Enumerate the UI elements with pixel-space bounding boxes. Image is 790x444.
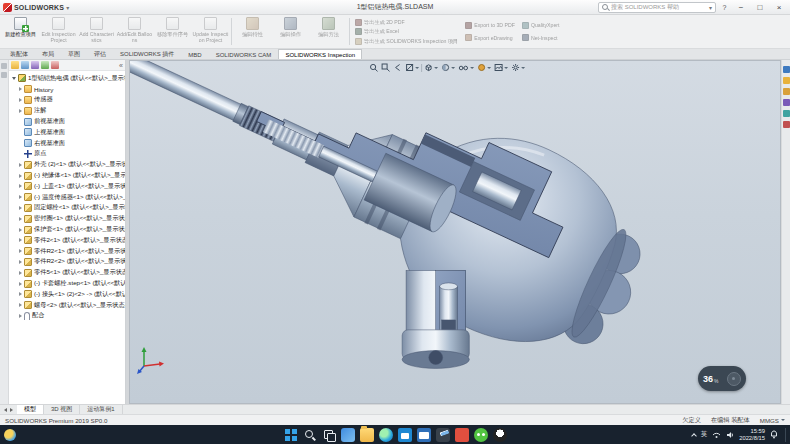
solidworks-menu[interactable]: SOLIDWORKS ▾	[3, 3, 69, 12]
clock[interactable]: 15:59 2022/8/15	[739, 428, 765, 441]
wechat-icon[interactable]	[474, 428, 488, 442]
mail-icon[interactable]	[417, 428, 431, 442]
design-library-icon[interactable]	[783, 77, 790, 84]
tree-item[interactable]: 右视基准面	[9, 138, 125, 149]
tab-cam[interactable]: SOLIDWORKS CAM	[209, 49, 279, 59]
tab-assembly[interactable]: 装配体	[3, 49, 35, 59]
zoom-area-button[interactable]	[380, 62, 391, 73]
qq-icon[interactable]	[493, 428, 507, 442]
show-desktop-button[interactable]	[785, 428, 787, 442]
tab-3d-views[interactable]: 3D 视图	[44, 405, 80, 414]
section-view-button[interactable]	[404, 62, 420, 73]
minimize-button[interactable]: −	[733, 1, 749, 14]
tree-item[interactable]: 原点	[9, 149, 125, 160]
edge-browser-icon[interactable]	[379, 428, 393, 442]
net-inspect-button[interactable]: Net-Inspect	[522, 33, 560, 42]
widgets-icon[interactable]	[341, 428, 355, 442]
expand-arrow-icon[interactable]	[19, 260, 22, 264]
tab-evaluate[interactable]: 评估	[87, 49, 113, 59]
start-button[interactable]	[284, 428, 298, 442]
solidworks-taskbar-icon[interactable]	[436, 428, 450, 442]
edit-appearance-button[interactable]	[476, 62, 492, 73]
tree-item[interactable]: (-) 卡套螺栓.step<1> (默认<<默认>_显示状态-1>)	[9, 278, 125, 289]
tree-item[interactable]: 螺母<2> (默认<<默认>_显示状态-1>)	[9, 300, 125, 311]
apply-scene-button[interactable]	[493, 62, 509, 73]
tree-item[interactable]: 零件2<1> (默认<<默认>_显示状态-1>)	[9, 235, 125, 246]
export-inspection-project-button[interactable]: 导出生成 SOLIDWORKS Inspection 项目	[355, 37, 458, 46]
export-3d-pdf-button[interactable]: Export to 3D PDF	[465, 21, 515, 30]
volume-icon[interactable]	[726, 431, 734, 439]
export-excel-button[interactable]: 导出生成 Excel	[355, 27, 458, 36]
property-manager-tab-icon[interactable]	[21, 61, 29, 69]
tree-item[interactable]: (-) 温度传感器<1> (默认<<默认>_显示状态-1>)	[9, 192, 125, 203]
strip-tool-icon[interactable]	[1, 63, 7, 69]
expand-arrow-icon[interactable]	[19, 98, 22, 102]
expand-arrow-icon[interactable]	[19, 217, 22, 221]
expand-arrow-icon[interactable]	[19, 109, 22, 113]
zoom-fit-button[interactable]	[368, 62, 379, 73]
menu-chevron-icon[interactable]: ▾	[66, 4, 69, 11]
tree-item[interactable]: 零件R2<1> (默认<<默认>_显示状态-1>)	[9, 246, 125, 257]
expand-arrow-icon[interactable]	[19, 87, 22, 91]
tree-item-root[interactable]: 1型铝铠热电偶 (默认<<默认>_显示状态-1)	[9, 73, 125, 84]
wps-icon[interactable]	[455, 428, 469, 442]
update-inspection-project-button[interactable]: Update Inspection Project	[192, 16, 229, 47]
notifications-bell-icon[interactable]	[770, 430, 778, 439]
add-edit-balloons-button[interactable]: Add/Edit Balloons	[116, 16, 153, 47]
display-style-button[interactable]	[440, 62, 456, 73]
tree-item[interactable]: 零件5<1> (默认<<默认>_显示状态-1>)	[9, 267, 125, 278]
tree-item-mates[interactable]: 配合	[9, 311, 125, 322]
task-view-icon[interactable]	[322, 428, 336, 442]
edit-characteristics-button[interactable]: 编辑特性	[234, 16, 271, 47]
tree-item[interactable]: History	[9, 84, 125, 95]
new-inspection-project-button[interactable]: 新建检查项目	[2, 16, 39, 47]
scroll-tabs-left-icon[interactable]	[4, 408, 7, 412]
tab-addins[interactable]: SOLIDWORKS 插件	[113, 49, 181, 59]
feature-tree[interactable]: 1型铝铠热电偶 (默认<<默认>_显示状态-1) History 传感器 注解 …	[9, 71, 125, 404]
expand-arrow-icon[interactable]	[19, 184, 22, 188]
add-characteristics-button[interactable]: Add Characteristics	[78, 16, 115, 47]
edit-operations-button[interactable]: 编辑操作	[272, 16, 309, 47]
expand-arrow-icon[interactable]	[19, 282, 22, 286]
tab-motion-study[interactable]: 运动算例1	[80, 405, 122, 414]
custom-properties-icon[interactable]	[783, 121, 790, 128]
solidworks-resources-icon[interactable]	[783, 66, 790, 73]
hide-show-items-button[interactable]	[457, 62, 475, 73]
expand-arrow-icon[interactable]	[19, 303, 22, 307]
tree-item[interactable]: 密封圈<1> (默认<<默认>_显示状态-1>)	[9, 213, 125, 224]
file-explorer-pane-icon[interactable]	[783, 88, 790, 95]
expand-arrow-icon[interactable]	[19, 249, 22, 253]
tree-item[interactable]: 零件R2<2> (默认<<默认>_显示状态-1>)	[9, 257, 125, 268]
unit-system-selector[interactable]: MMGS	[760, 417, 785, 424]
feature-manager-tab-icon[interactable]	[11, 61, 19, 69]
expand-arrow-icon[interactable]	[19, 206, 22, 210]
display-manager-tab-icon[interactable]	[51, 61, 59, 69]
expand-arrow-icon[interactable]	[19, 228, 22, 232]
previous-view-button[interactable]	[392, 62, 403, 73]
tree-item[interactable]: (-) 上盖<1> (默认<<默认>_显示状态-1>)	[9, 181, 125, 192]
tree-item[interactable]: 外壳 (2)<1> (默认<<默认>_显示状态-1>)	[9, 159, 125, 170]
graphics-viewport[interactable]: 36 %	[129, 60, 781, 404]
panel-collapse-icon[interactable]: «	[119, 62, 123, 69]
expand-arrow-icon[interactable]	[19, 271, 22, 275]
dimxpert-manager-tab-icon[interactable]	[41, 61, 49, 69]
tab-inspection[interactable]: SOLIDWORKS Inspection	[278, 49, 362, 59]
expand-arrow-icon[interactable]	[19, 314, 22, 318]
remove-balloons-button[interactable]: 移除零件序号	[154, 16, 191, 47]
mouse-battery-widget[interactable]: 36 %	[698, 366, 746, 391]
expand-arrow-icon[interactable]	[19, 163, 22, 167]
input-language-indicator[interactable]: 英	[701, 430, 708, 439]
search-box[interactable]: 搜索 SOLIDWORKS 帮助 ▾	[598, 2, 716, 13]
taskbar-search-icon[interactable]	[303, 428, 317, 442]
expand-arrow-icon[interactable]	[19, 292, 22, 296]
expand-arrow-icon[interactable]	[19, 174, 22, 178]
microsoft-store-icon[interactable]	[398, 428, 412, 442]
tab-layout[interactable]: 布局	[35, 49, 61, 59]
tree-item[interactable]: 传感器	[9, 95, 125, 106]
tree-item[interactable]: (-) 接头<1> (2)<2> -> (默认<<默认>_显示状态-1>)	[9, 289, 125, 300]
network-icon[interactable]	[712, 431, 721, 439]
scroll-tabs-right-icon[interactable]	[10, 408, 13, 412]
strip-tool-icon[interactable]	[1, 72, 7, 78]
tree-item[interactable]: 前视基准面	[9, 116, 125, 127]
expand-arrow-icon[interactable]	[19, 238, 22, 242]
